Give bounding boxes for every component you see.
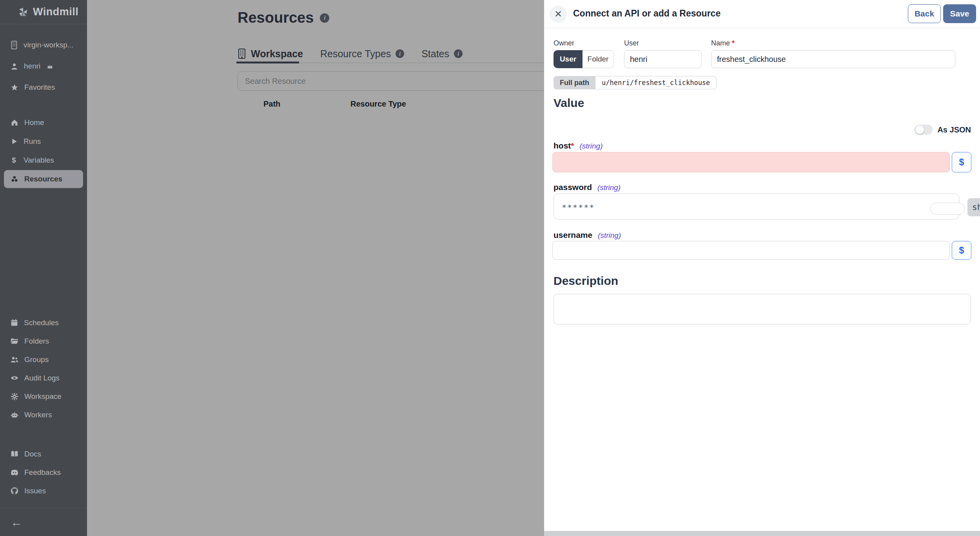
horizontal-scrollbar[interactable] xyxy=(544,531,980,536)
required-asterisk: * xyxy=(732,39,735,47)
password-inline-input[interactable] xyxy=(930,203,965,215)
username-input[interactable] xyxy=(552,241,950,260)
folder-icon xyxy=(11,338,18,344)
as-json-row: As JSON xyxy=(915,125,971,135)
app-brand-name: Windmill xyxy=(33,6,78,18)
show-password-button[interactable]: sh xyxy=(967,198,980,216)
star-icon xyxy=(11,83,18,91)
save-button[interactable]: Save xyxy=(943,4,976,23)
close-icon[interactable]: ✕ xyxy=(550,5,567,23)
favorites-label: Favorites xyxy=(24,83,55,92)
sidebar-item-user[interactable]: henri xyxy=(0,56,87,77)
password-input[interactable]: ****** xyxy=(554,194,959,219)
menu-label: Resources xyxy=(24,175,62,183)
sidebar-main-menu: Home Runs $ Variables Reso xyxy=(0,113,87,189)
description-textarea[interactable] xyxy=(554,294,971,324)
sidebar-item-workspace-switcher[interactable]: virgin-worksp... xyxy=(0,34,87,56)
host-input[interactable] xyxy=(552,152,950,172)
full-path-value: u/henri/freshest_clickhouse xyxy=(595,76,717,89)
drawer-header: ✕ Connect an API or add a Resource Back … xyxy=(544,0,980,28)
owner-user-option[interactable]: User xyxy=(554,50,583,68)
user-label: User xyxy=(624,39,639,47)
host-field-label: host* (string) xyxy=(554,141,603,150)
back-button[interactable]: Back xyxy=(908,4,941,23)
sidebar-item-favorites[interactable]: Favorites xyxy=(0,77,87,98)
menu-label: Workspace xyxy=(24,392,62,401)
boxes-icon xyxy=(11,175,18,183)
sidebar-item-docs[interactable]: Docs xyxy=(0,445,87,463)
app-logo[interactable]: Windmill xyxy=(0,0,87,24)
owner-folder-option[interactable]: Folder xyxy=(583,50,614,68)
sidebar-collapse-button[interactable]: ← xyxy=(0,508,87,536)
as-json-label: As JSON xyxy=(937,125,971,134)
sidebar-item-workers[interactable]: Workers xyxy=(0,406,87,424)
building-icon xyxy=(11,41,18,49)
sidebar-item-resources[interactable]: Resources xyxy=(4,170,83,188)
menu-label: Docs xyxy=(24,450,41,458)
user-name: henri xyxy=(24,62,40,71)
name-label: Name * xyxy=(711,39,735,47)
owner-user-input[interactable] xyxy=(624,50,702,68)
users-icon xyxy=(11,356,18,363)
play-icon xyxy=(11,138,18,145)
menu-label: Audit Logs xyxy=(24,374,60,382)
field-type: (string) xyxy=(579,142,603,150)
sidebar-item-runs[interactable]: Runs xyxy=(0,132,87,150)
username-field-label: username (string) xyxy=(554,230,621,240)
owner-type-toggle: User Folder xyxy=(554,50,614,68)
required-asterisk: * xyxy=(571,141,574,150)
gear-icon xyxy=(11,393,18,400)
sidebar-item-issues[interactable]: Issues xyxy=(0,482,87,500)
sidebar-item-schedules[interactable]: Schedules xyxy=(0,313,87,332)
sidebar: Windmill virgin-worksp... xyxy=(0,0,87,536)
menu-label: Variables xyxy=(24,156,54,165)
password-masked-value: ****** xyxy=(562,203,595,212)
sidebar-item-workspace-settings[interactable]: Workspace xyxy=(0,387,87,406)
menu-label: Workers xyxy=(24,411,52,419)
robot-icon xyxy=(11,411,18,418)
field-type: (string) xyxy=(597,183,621,192)
menu-label: Home xyxy=(24,118,44,127)
sidebar-item-variables[interactable]: $ Variables xyxy=(0,151,87,169)
eye-icon xyxy=(11,375,18,381)
insert-variable-button[interactable]: $ xyxy=(952,152,971,172)
sidebar-context-group: virgin-worksp... henri Favorites xyxy=(0,34,87,98)
crown-icon xyxy=(47,64,53,69)
sidebar-item-groups[interactable]: Groups xyxy=(0,350,87,369)
discord-icon xyxy=(11,469,18,476)
owner-label: Owner xyxy=(554,39,574,47)
menu-label: Folders xyxy=(24,337,49,346)
github-icon xyxy=(11,487,18,495)
toggle-knob xyxy=(915,125,924,134)
menu-label: Runs xyxy=(24,137,41,146)
menu-label: Issues xyxy=(24,487,46,495)
calendar-icon xyxy=(11,319,18,326)
sidebar-item-folders[interactable]: Folders xyxy=(0,332,87,350)
svg-text:$: $ xyxy=(12,156,16,164)
user-icon xyxy=(11,63,18,70)
sidebar-item-home[interactable]: Home xyxy=(0,114,87,132)
sidebar-item-feedbacks[interactable]: Feedbacks xyxy=(0,463,87,482)
sidebar-admin-menu: Schedules Folders Groups xyxy=(0,313,87,424)
menu-label: Schedules xyxy=(24,319,59,327)
full-path-label: Full path xyxy=(554,76,595,89)
windmill-logo-icon xyxy=(17,6,29,18)
description-heading: Description xyxy=(554,274,618,288)
screen: Resources i Workspace Resource Types xyxy=(0,0,980,536)
menu-label: Feedbacks xyxy=(24,468,61,477)
left-arrow-icon: ← xyxy=(11,516,22,529)
value-section-heading: Value xyxy=(554,96,584,110)
field-type: (string) xyxy=(598,231,621,239)
sidebar-item-audit-logs[interactable]: Audit Logs xyxy=(0,369,87,387)
password-field-label: password (string) xyxy=(554,183,621,192)
sidebar-footer-menu: Docs Feedbacks Issues xyxy=(0,445,87,500)
book-icon xyxy=(11,451,18,457)
drawer-title: Connect an API or add a Resource xyxy=(573,8,720,19)
insert-variable-button[interactable]: $ xyxy=(952,241,971,260)
as-json-toggle[interactable] xyxy=(915,125,933,135)
menu-label: Groups xyxy=(24,355,49,364)
home-icon xyxy=(11,119,18,127)
resource-name-input[interactable] xyxy=(711,50,955,68)
dollar-icon: $ xyxy=(11,156,18,164)
workspace-name: virgin-worksp... xyxy=(24,41,74,49)
